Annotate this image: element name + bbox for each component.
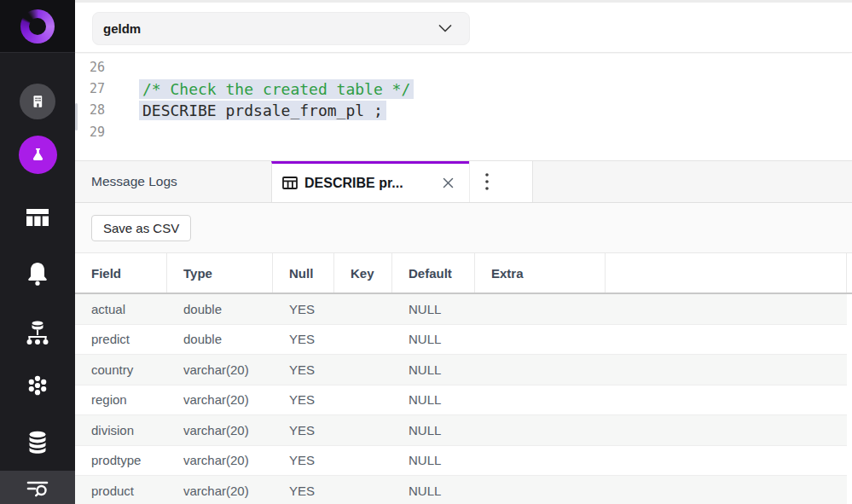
topbar: geldm — [75, 0, 852, 53]
results-toolbar: Save as CSV — [75, 203, 852, 252]
cell-field: prodtype — [75, 446, 167, 476]
cell-field: actual — [75, 294, 167, 324]
sidebar — [0, 0, 75, 504]
code-line[interactable]: 27/* Check the created table */ — [75, 78, 852, 99]
describe-results-table: FieldTypeNullKeyDefaultExtra actualdoubl… — [75, 252, 852, 504]
cell-default: NULL — [392, 355, 475, 385]
tabbar-empty-space — [533, 161, 852, 202]
logo-block — [0, 0, 75, 53]
sidebar-item-building[interactable] — [0, 84, 75, 119]
sidebar-item-notifications[interactable] — [0, 261, 75, 287]
column-header-default[interactable]: Default — [392, 253, 475, 293]
table-row[interactable]: countryvarchar(20)YESNULL — [75, 355, 847, 385]
dots-cluster-icon — [26, 374, 49, 397]
code-text: DESCRIBE prdsale_from_pl ; — [139, 101, 386, 120]
table-row[interactable]: prodtypevarchar(20)YESNULL — [75, 446, 847, 477]
sidebar-item-database[interactable] — [0, 430, 75, 454]
table-row[interactable]: regionvarchar(20)YESNULL — [75, 385, 847, 416]
cell-type: varchar(20) — [167, 385, 273, 415]
column-header-extra[interactable]: Extra — [475, 253, 606, 293]
tab-describe-results[interactable]: DESCRIBE pr... — [271, 161, 469, 202]
bell-icon — [26, 261, 49, 287]
code-text — [139, 67, 146, 68]
server-network-icon — [25, 319, 50, 346]
column-header-field[interactable]: Field — [75, 253, 167, 293]
editor-scrollbar[interactable] — [75, 103, 78, 130]
cell-field: division — [75, 415, 167, 445]
cell-default: NULL — [392, 446, 475, 476]
column-header-type[interactable]: Type — [167, 253, 273, 293]
cell-key — [334, 355, 392, 385]
app-window: geldm 2627/* Check the created table */2… — [0, 0, 852, 504]
app-logo-icon[interactable] — [20, 9, 55, 43]
columns-dashboard-icon — [25, 206, 50, 229]
line-number: 29 — [75, 125, 105, 140]
line-number: 28 — [75, 102, 105, 118]
cell-key — [334, 446, 392, 476]
cell-filler — [606, 385, 847, 415]
cell-filler — [606, 325, 847, 355]
cell-filler — [606, 355, 847, 385]
code-line[interactable]: 28DESCRIBE prdsale_from_pl ; — [75, 100, 852, 121]
close-tab-icon[interactable] — [438, 174, 457, 193]
cell-type: varchar(20) — [167, 355, 273, 385]
cell-type: varchar(20) — [167, 415, 273, 445]
code-editor[interactable]: 2627/* Check the created table */28DESCR… — [75, 54, 852, 160]
sidebar-item-search-logs[interactable] — [0, 471, 75, 504]
code-text — [139, 131, 146, 133]
cell-filler — [606, 476, 847, 504]
chevron-down-icon — [438, 25, 452, 32]
cell-key — [334, 294, 392, 324]
results-tabbar: Message Logs DESCRIBE pr... — [75, 160, 852, 203]
save-as-csv-button[interactable]: Save as CSV — [91, 215, 191, 241]
line-number: 26 — [75, 60, 105, 75]
cell-type: varchar(20) — [167, 476, 273, 504]
cell-default: NULL — [392, 415, 475, 445]
table-grid-icon — [282, 177, 298, 189]
schema-dropdown[interactable]: geldm — [92, 12, 470, 45]
sidebar-item-dashboard[interactable] — [0, 206, 75, 229]
database-stack-icon — [25, 430, 50, 454]
cell-extra — [475, 476, 606, 504]
cell-filler — [606, 294, 847, 324]
tab-message-logs[interactable]: Message Logs — [75, 161, 271, 202]
table-row[interactable]: productvarchar(20)YESNULL — [75, 476, 847, 504]
cell-default: NULL — [392, 294, 475, 324]
table-body: actualdoubleYESNULLpredictdoubleYESNULLc… — [75, 294, 847, 504]
cell-extra — [475, 385, 606, 415]
table-header-row: FieldTypeNullKeyDefaultExtra — [75, 252, 852, 294]
table-row[interactable]: divisionvarchar(20)YESNULL — [75, 415, 847, 446]
main-panel: geldm 2627/* Check the created table */2… — [75, 0, 852, 504]
search-lines-icon — [26, 478, 49, 498]
tab-overflow-menu[interactable] — [469, 161, 533, 202]
code-line[interactable]: 26 — [75, 56, 852, 78]
cell-key — [334, 476, 392, 504]
column-header-null[interactable]: Null — [273, 253, 334, 293]
table-row[interactable]: predictdoubleYESNULL — [75, 325, 847, 356]
cell-extra — [475, 294, 606, 324]
cell-null: YES — [273, 385, 334, 415]
table-row[interactable]: actualdoubleYESNULL — [75, 294, 847, 325]
cell-null: YES — [273, 294, 334, 324]
code-line[interactable]: 29 — [75, 121, 852, 142]
cell-default: NULL — [392, 385, 475, 415]
cell-type: varchar(20) — [167, 446, 273, 476]
column-header-key[interactable]: Key — [334, 253, 392, 293]
cell-extra — [475, 415, 606, 445]
kebab-vertical-dots-icon — [484, 172, 490, 191]
cell-null: YES — [273, 476, 334, 504]
flask-icon — [19, 136, 57, 174]
line-number: 27 — [75, 81, 105, 96]
cell-null: YES — [273, 415, 334, 445]
cell-filler — [606, 415, 847, 445]
cell-field: product — [75, 476, 167, 504]
schema-dropdown-value: geldm — [103, 21, 438, 36]
sidebar-item-flask[interactable] — [0, 136, 75, 174]
sidebar-item-server[interactable] — [0, 319, 75, 346]
sidebar-item-cluster[interactable] — [0, 374, 75, 397]
tab-message-logs-label: Message Logs — [91, 174, 177, 189]
cell-key — [334, 385, 392, 415]
cell-default: NULL — [392, 325, 475, 355]
cell-field: region — [75, 385, 167, 415]
building-icon — [20, 84, 55, 119]
